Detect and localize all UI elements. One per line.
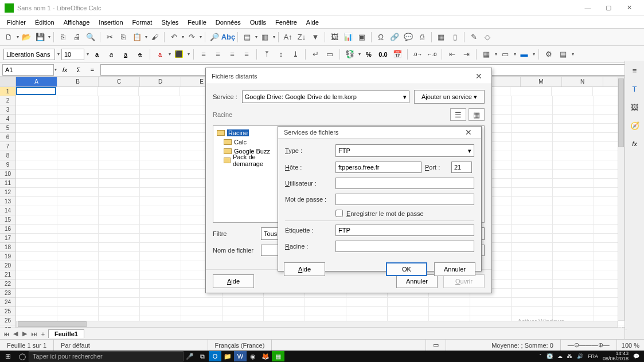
align-justify-button[interactable]: ≡ (240, 48, 253, 61)
sidebar-styles-icon[interactable]: T (629, 82, 641, 95)
freeze-button[interactable]: ▦ (435, 31, 447, 44)
close-button[interactable]: ✕ (619, 0, 639, 16)
name-box[interactable]: A1 (2, 64, 54, 76)
wrap-button[interactable]: ↵ (309, 48, 322, 61)
remote-help-button[interactable]: AAideide (213, 274, 254, 288)
tray-onedrive-icon[interactable]: ☁ (557, 353, 563, 359)
spellcheck-button[interactable]: Abç (222, 31, 235, 44)
start-button[interactable]: ⊞ (0, 351, 16, 362)
save-button[interactable]: 💾 (34, 31, 46, 44)
paste-button[interactable]: 📋 (131, 31, 143, 44)
tray-notifications-icon[interactable]: 💬 (633, 353, 639, 359)
menu-donnees[interactable]: Données (211, 18, 245, 27)
maximize-button[interactable]: ▢ (598, 0, 619, 16)
currency-button[interactable]: 💱 (344, 48, 356, 61)
list-view-button[interactable]: ☰ (450, 108, 466, 121)
valign-top-button[interactable]: ⤒ (260, 48, 273, 61)
border-style-button[interactable]: ▭ (499, 48, 512, 61)
redo-button[interactable]: ↷ (185, 31, 198, 44)
menu-aide[interactable]: Aide (302, 18, 323, 27)
col-header-d[interactable]: D (140, 77, 181, 86)
font-color-button[interactable]: a (154, 48, 166, 61)
remote-dialog-titlebar[interactable]: Fichiers distants ✕ (206, 68, 491, 84)
special-char-button[interactable]: Ω (374, 31, 387, 44)
autofilter-button[interactable]: ▼ (309, 31, 322, 44)
host-input[interactable] (335, 162, 421, 173)
row-button[interactable]: ▤ (241, 31, 253, 44)
tray-hdd-icon[interactable]: 💽 (547, 353, 553, 359)
status-style[interactable]: Par défaut (54, 340, 208, 351)
font-name-combo[interactable]: Liberation Sans (3, 49, 55, 60)
task-calc-icon[interactable]: ▦ (272, 351, 284, 361)
tray-clock[interactable]: 14:4308/06/2018 (603, 351, 629, 361)
valign-middle-button[interactable]: ↕ (275, 48, 287, 61)
task-firefox-icon[interactable]: 🦊 (259, 351, 272, 361)
menu-styles[interactable]: Styles (157, 18, 183, 27)
col-header-c[interactable]: C (99, 77, 140, 86)
zoom-level[interactable]: 100 % (617, 342, 644, 349)
underline-button[interactable]: a (119, 48, 132, 61)
menu-affichage[interactable]: Affichage (59, 18, 95, 27)
svc-root-input[interactable] (335, 241, 474, 252)
borders-button[interactable]: ▦ (480, 48, 493, 61)
draw-button[interactable]: ✎ (467, 31, 480, 44)
tab-nav-first[interactable]: ⏮ (2, 330, 10, 337)
col-header-m[interactable]: M (521, 77, 562, 86)
function-wizard-button[interactable]: fx (59, 64, 71, 76)
align-right-button[interactable]: ≡ (226, 48, 239, 61)
sort-asc-button[interactable]: A↑ (282, 31, 294, 44)
row-header-1[interactable]: 1 (0, 87, 15, 96)
sidebar-functions-icon[interactable]: fx (629, 137, 641, 150)
sidebar-gallery-icon[interactable]: 🖼 (629, 101, 641, 113)
menu-format[interactable]: Format (128, 18, 157, 27)
remember-password-checkbox[interactable] (335, 210, 343, 217)
service-combo[interactable]: Google Drive: Google Drive de lem.korp▾ (242, 91, 409, 103)
menu-fenetre[interactable]: Fenêtre (271, 18, 302, 27)
status-selection[interactable]: ▭ (426, 340, 446, 351)
taskview-icon[interactable]: ⧉ (196, 351, 209, 361)
bold-button[interactable]: a (91, 48, 103, 61)
taskbar-search-input[interactable]: Taper ici pour rechercher (29, 351, 184, 361)
mic-icon[interactable]: 🎤 (184, 351, 196, 361)
tray-volume-icon[interactable]: 🔊 (577, 353, 583, 359)
col-button[interactable]: ▥ (259, 31, 271, 44)
svc-dialog-titlebar[interactable]: Services de fichiers ✕ (278, 127, 481, 139)
row-headers[interactable]: 1 2345678910 11121314151617181920 212223… (0, 77, 16, 328)
minimize-button[interactable]: — (577, 0, 598, 16)
headers-button[interactable]: ⎙ (416, 31, 428, 44)
print-preview-button[interactable]: 🔍 (84, 31, 97, 44)
sidebar-navigator-icon[interactable]: 🧭 (629, 119, 641, 132)
task-explorer-icon[interactable]: 📁 (221, 351, 234, 361)
align-center-button[interactable]: ≡ (212, 48, 224, 61)
strike-button[interactable]: a (134, 48, 146, 61)
split-button[interactable]: ▯ (448, 31, 461, 44)
valign-bottom-button[interactable]: ⤓ (289, 48, 302, 61)
chart-button[interactable]: 📊 (342, 31, 354, 44)
task-word-icon[interactable]: W (234, 351, 247, 361)
align-left-button[interactable]: ≡ (197, 48, 210, 61)
percent-button[interactable]: % (362, 48, 375, 61)
menu-insertion[interactable]: Insertion (94, 18, 127, 27)
sidebar-properties-icon[interactable]: ≡ (629, 64, 641, 77)
cut-button[interactable]: ✂ (103, 31, 116, 44)
svc-ok-button[interactable]: OK (386, 262, 427, 276)
hyperlink-button[interactable]: 🔗 (388, 31, 401, 44)
horizontal-scrollbar[interactable] (16, 321, 618, 328)
vertical-scrollbar[interactable] (618, 77, 625, 321)
type-combo[interactable]: FTP▾ (335, 144, 474, 157)
password-input[interactable] (335, 194, 474, 205)
open-button[interactable]: 📂 (20, 31, 33, 44)
find-button[interactable]: 🔎 (208, 31, 221, 44)
cond-format-button[interactable]: ▤ (557, 48, 569, 61)
menu-feuille[interactable]: Feuille (183, 18, 210, 27)
new-button[interactable]: 🗋 (2, 31, 15, 44)
svc-dialog-close-icon[interactable]: ✕ (462, 127, 475, 138)
highlight-button[interactable]: ⬛ (173, 48, 185, 61)
tree-node-racine[interactable]: Racine (216, 128, 279, 137)
sheet-tab-1[interactable]: Feuille1 (48, 329, 84, 338)
status-lang[interactable]: Français (France) (208, 340, 272, 351)
print-button[interactable]: 🖨 (71, 31, 83, 44)
col-header-n[interactable]: N (562, 77, 603, 86)
tab-nav-prev[interactable]: ◀ (11, 330, 19, 337)
remote-dialog-close-icon[interactable]: ✕ (472, 70, 486, 82)
